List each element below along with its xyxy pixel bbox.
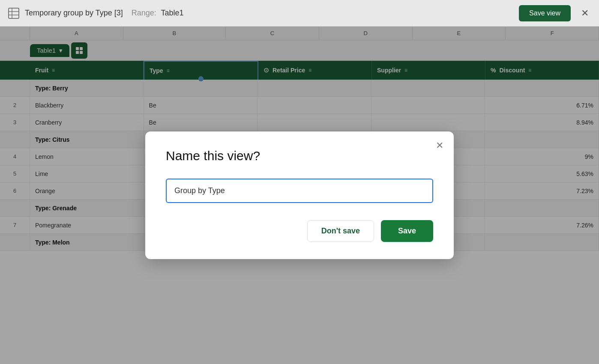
dialog-close-button[interactable]: ✕	[436, 140, 443, 151]
spreadsheet-icon	[7, 6, 21, 20]
dont-save-button[interactable]: Don't save	[307, 220, 374, 242]
topbar-close-button[interactable]: ✕	[578, 6, 592, 21]
view-name-input[interactable]	[166, 179, 433, 203]
range-label: Range: Table1	[132, 9, 184, 18]
save-button[interactable]: Save	[381, 220, 433, 242]
view-title: Temporary group by Type [3]	[25, 9, 123, 18]
modal-overlay: Name this view? ✕ Don't save Save	[0, 27, 599, 364]
dialog-actions: Don't save Save	[166, 220, 433, 242]
dialog-title: Name this view?	[166, 149, 433, 163]
range-prefix: Range:	[132, 9, 156, 17]
top-bar: Temporary group by Type [3] Range: Table…	[0, 0, 599, 27]
range-value: Table1	[161, 9, 184, 17]
save-view-button[interactable]: Save view	[519, 5, 571, 21]
svg-rect-0	[9, 8, 19, 18]
spreadsheet-area: A B C D E F Table1 ▾ Fruit ≡ Type ≡	[0, 27, 599, 364]
name-view-dialog: Name this view? ✕ Don't save Save	[145, 131, 454, 259]
